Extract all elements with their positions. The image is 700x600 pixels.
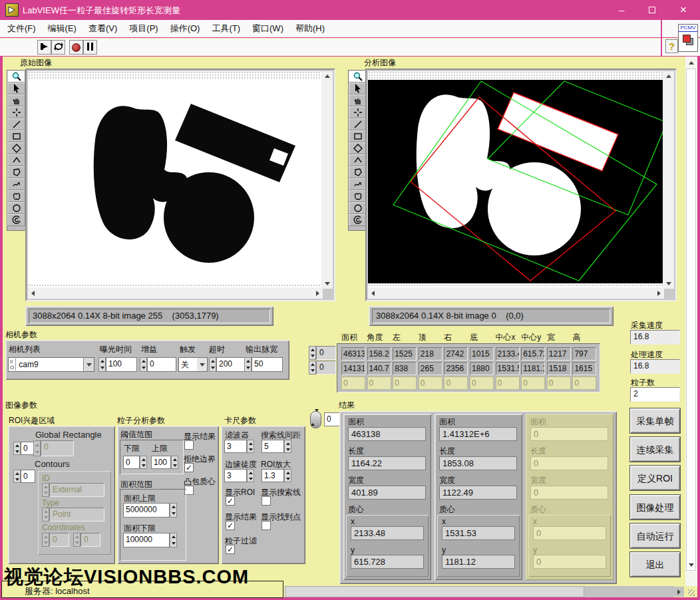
edge-spin-arrows[interactable] — [247, 469, 254, 482]
pulse-spin-arrows[interactable] — [244, 357, 252, 372]
analysis-vscrollbar[interactable] — [663, 71, 674, 289]
minimize-button[interactable]: – — [607, 0, 637, 20]
exposure-value[interactable]: 100 — [106, 357, 137, 372]
spacing-value[interactable]: 5 — [262, 440, 284, 453]
menu-item-5[interactable]: 工具(T) — [206, 20, 246, 37]
exit-button[interactable]: 退出 — [629, 551, 681, 577]
table-cell-r1c9[interactable]: 1615 — [572, 362, 596, 375]
spacing-spin-arrows[interactable] — [284, 440, 291, 453]
acquire-single-button[interactable]: 采集单帧 — [629, 408, 681, 434]
table-cell-r1c2[interactable]: 838 — [393, 362, 417, 375]
tool-select-icon[interactable] — [7, 82, 25, 94]
table-cell-r1c6[interactable]: 1531.53 — [496, 362, 520, 375]
table-cell-r0c9[interactable]: 797 — [572, 347, 596, 361]
table-cell-r0c1[interactable]: 158.2 — [367, 347, 391, 361]
show-search-lines-checkbox[interactable] — [262, 496, 271, 506]
menu-item-2[interactable]: 查看(V) — [83, 20, 123, 37]
threshold-upper-stepper[interactable]: 100 — [151, 456, 178, 469]
tool-select-icon[interactable] — [349, 82, 367, 94]
threshold-spin-arrows[interactable] — [171, 456, 178, 469]
table-cell-r2c6[interactable]: 0 — [496, 376, 520, 390]
vscroll-thumb[interactable] — [686, 69, 696, 571]
menu-item-6[interactable]: 窗口(W) — [246, 20, 289, 37]
show-roi-checkbox[interactable] — [226, 496, 235, 506]
tool-oval-icon[interactable] — [349, 202, 367, 214]
table-cell-r0c6[interactable]: 2133.48 — [496, 347, 520, 361]
tool-annulus-icon[interactable] — [349, 214, 367, 226]
tool-annulus-icon[interactable] — [7, 214, 25, 226]
table-cell-r1c7[interactable]: 1181.12 — [521, 362, 545, 375]
tool-rotated-rectangle-icon[interactable] — [7, 142, 25, 154]
roi-scale-spin-arrows[interactable] — [284, 469, 291, 482]
tool-polygon-icon[interactable] — [7, 154, 25, 166]
timeout-stepper[interactable]: 200 — [209, 357, 246, 372]
area-lower-stepper[interactable]: 100000 — [123, 533, 177, 547]
area-upper-stepper[interactable]: 5000000 — [123, 503, 177, 518]
original-image-viewport[interactable] — [28, 71, 323, 289]
threshold-lower-stepper[interactable]: 0 — [123, 456, 147, 469]
table-cell-r1c0[interactable]: 1413120 — [341, 362, 365, 375]
trigger-dropdown[interactable]: 关 — [178, 357, 208, 372]
scroll-right-icon[interactable] — [657, 291, 661, 296]
table-index-stepper-1[interactable]: 0 — [309, 346, 336, 360]
tool-rectangle-icon[interactable] — [7, 130, 25, 142]
filter-spin-arrows[interactable] — [247, 440, 254, 453]
menu-item-1[interactable]: 编辑(E) — [42, 20, 83, 37]
tool-pan-icon[interactable] — [349, 94, 367, 106]
contours-spin-arrows[interactable] — [13, 470, 21, 483]
pulse-stepper[interactable]: 50 — [244, 357, 283, 372]
index-spin-arrows[interactable] — [309, 346, 316, 360]
particle-filter-checkbox[interactable] — [226, 545, 235, 554]
caliper-show-results-checkbox[interactable] — [226, 521, 235, 530]
roi-contours-index[interactable]: 0 — [21, 470, 35, 483]
close-button[interactable]: × — [667, 0, 700, 20]
scroll-up-icon[interactable] — [325, 75, 330, 78]
tool-zoom-icon[interactable] — [7, 71, 25, 82]
filter-stepper[interactable]: 3 — [224, 440, 254, 453]
define-roi-button[interactable]: 定义ROI — [629, 465, 681, 491]
run-button[interactable] — [37, 40, 51, 55]
tool-free-shape-icon[interactable] — [7, 190, 25, 202]
table-cell-r0c0[interactable]: 463138 — [341, 347, 365, 361]
area-upper-value[interactable]: 5000000 — [123, 503, 170, 518]
continuous-acquire-button[interactable]: 连续采集 — [629, 436, 681, 462]
table-cell-r1c8[interactable]: 1518 — [547, 362, 571, 375]
threshold-spin-arrows[interactable] — [140, 456, 147, 469]
timeout-spin-arrows[interactable] — [209, 357, 216, 372]
context-help-button[interactable]: ? — [665, 39, 678, 53]
bottom-hscrollbar[interactable] — [285, 586, 674, 597]
table-cell-r2c7[interactable]: 0 — [521, 376, 545, 390]
spacing-stepper[interactable]: 5 — [262, 440, 291, 453]
image-process-button[interactable]: 图像处理 — [629, 494, 681, 520]
tool-point-icon[interactable] — [7, 106, 25, 118]
roi-global-index-stepper[interactable]: 0 — [13, 442, 35, 455]
tool-freehand-line-icon[interactable] — [349, 178, 367, 190]
results-index-knob[interactable] — [310, 411, 321, 428]
roi-scale-stepper[interactable]: 1.3 — [262, 469, 291, 482]
table-index-stepper-2[interactable]: 0 — [309, 361, 336, 375]
table-cell-r1c4[interactable]: 2356 — [444, 362, 468, 375]
tool-free-region-icon[interactable] — [7, 166, 25, 178]
roi-index-spin-arrows[interactable] — [13, 442, 21, 455]
table-index-value-2[interactable]: 0 — [316, 361, 336, 375]
table-cell-r2c8[interactable]: 0 — [547, 376, 571, 390]
index-spin-arrows[interactable] — [309, 361, 316, 375]
tool-free-region-icon[interactable] — [349, 166, 367, 178]
run-continuous-button[interactable] — [51, 40, 65, 55]
roi-scale-value[interactable]: 1.3 — [262, 469, 284, 482]
abort-button[interactable] — [69, 40, 83, 55]
tool-oval-icon[interactable] — [7, 202, 25, 214]
table-cell-r2c1[interactable]: 0 — [367, 376, 391, 390]
dropdown-button[interactable] — [83, 358, 94, 371]
tool-zoom-icon[interactable] — [349, 71, 367, 82]
menu-item-3[interactable]: 项目(P) — [123, 20, 164, 37]
table-cell-r0c2[interactable]: 1525 — [393, 347, 417, 361]
table-cell-r0c8[interactable]: 1217 — [547, 347, 571, 361]
scroll-down-icon[interactable] — [689, 563, 694, 567]
table-cell-r2c4[interactable]: 0 — [444, 376, 468, 390]
edge-stepper[interactable]: 3 — [224, 469, 254, 482]
pulse-value[interactable]: 50 — [252, 357, 283, 372]
tool-pan-icon[interactable] — [7, 94, 25, 106]
show-results-checkbox[interactable] — [184, 440, 194, 450]
show-found-points-checkbox[interactable] — [262, 521, 271, 530]
